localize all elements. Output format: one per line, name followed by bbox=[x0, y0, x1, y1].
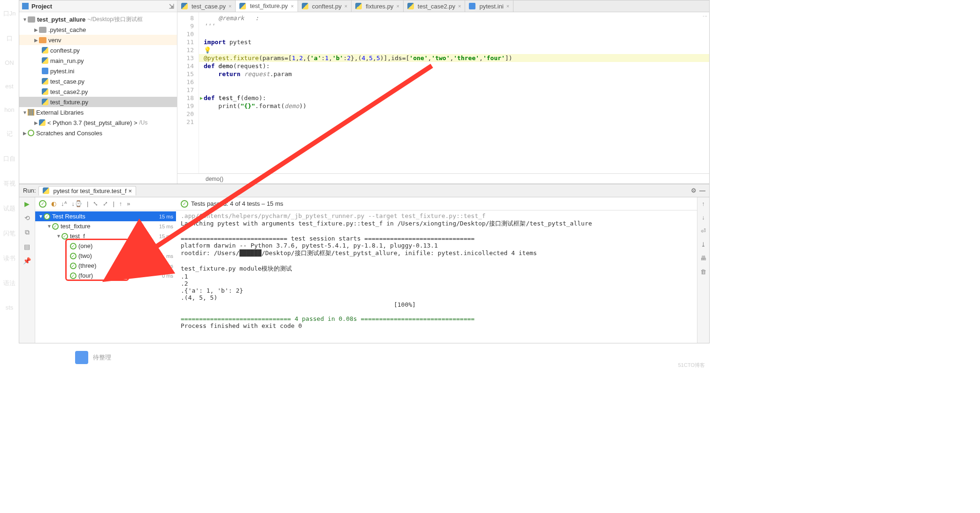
up-icon[interactable]: ↑ bbox=[702, 200, 705, 207]
close-icon[interactable]: × bbox=[345, 3, 347, 9]
pass-filter-icon[interactable]: ✓ bbox=[39, 200, 46, 208]
chevron-right-icon[interactable]: ▶ bbox=[22, 131, 28, 136]
gear-icon[interactable]: ⚙ bbox=[691, 187, 697, 194]
tab-active[interactable]: test_fixture.py× bbox=[236, 0, 298, 12]
wrap-icon[interactable]: ⏎ bbox=[701, 227, 706, 234]
run-label: Run: bbox=[23, 187, 36, 194]
pass-icon: ✓ bbox=[70, 243, 77, 249]
tree-item[interactable]: pytest.ini bbox=[19, 66, 177, 76]
project-icon bbox=[22, 3, 29, 9]
collapse-icon[interactable]: ⤢ bbox=[103, 200, 108, 207]
console: ✓ Tests passed: 4 of 4 tests – 15 ms .ap… bbox=[176, 197, 709, 343]
python-file-icon bbox=[42, 78, 48, 85]
test-file[interactable]: ▼ ✓ test_fixture 15 ms bbox=[35, 221, 176, 231]
tab[interactable]: test_case2.py× bbox=[404, 0, 466, 12]
tests-status: ✓ Tests passed: 4 of 4 tests – 15 ms bbox=[176, 197, 697, 210]
run-tab[interactable]: pytest for test_fixture.test_f × bbox=[38, 186, 136, 195]
toggle-icon[interactable]: ⟲ bbox=[24, 214, 30, 222]
external-libraries[interactable]: ▼External Libraries bbox=[19, 107, 177, 117]
pass-icon: ✓ bbox=[52, 223, 59, 230]
code-area[interactable]: @remark : ''' import pytest 💡 @pytest.fi… bbox=[199, 12, 709, 173]
tab[interactable]: test_case.py× bbox=[177, 0, 236, 12]
python-file-icon bbox=[302, 3, 308, 9]
editor-tabs[interactable]: test_case.py× test_fixture.py× conftest.… bbox=[177, 0, 709, 12]
chevron-down-icon[interactable]: ▼ bbox=[22, 110, 28, 115]
test-param[interactable]: ✓(four)0 ms bbox=[35, 271, 176, 280]
test-tree[interactable]: ▼ ✓ Test Results 15 ms ▼ ✓ test_fixture … bbox=[35, 210, 176, 343]
tab[interactable]: fixtures.py× bbox=[352, 0, 404, 12]
test-root[interactable]: ▼ ✓ Test Results 15 ms bbox=[35, 211, 176, 221]
chevron-down-icon[interactable]: ▼ bbox=[38, 214, 44, 219]
scratches[interactable]: ▶Scratches and Consoles bbox=[19, 128, 177, 138]
close-icon[interactable]: × bbox=[229, 3, 231, 9]
close-icon[interactable]: × bbox=[396, 3, 399, 9]
sort-icon[interactable]: ↓⌚ bbox=[72, 200, 83, 207]
root-name: test_pytst_allure bbox=[37, 16, 85, 23]
layout-icon[interactable]: ▤ bbox=[24, 243, 30, 250]
chevron-right-icon[interactable]: ▶ bbox=[33, 27, 39, 32]
editor: test_case.py× test_fixture.py× conftest.… bbox=[177, 0, 709, 184]
tree-item[interactable]: conftest.py bbox=[19, 45, 177, 55]
breadcrumb[interactable]: demo() bbox=[177, 173, 709, 184]
external-sidebar: 口Jn口ON esthon记 口自哥视试题 闪笔读书语法 sts bbox=[0, 0, 19, 372]
scratch-icon bbox=[28, 130, 34, 136]
console-actions: ↑ ↓ ⏎ ⤓ 🖶 🗑 bbox=[697, 197, 709, 343]
tab[interactable]: pytest.ini× bbox=[465, 0, 513, 12]
tree-item[interactable]: test_case2.py bbox=[19, 86, 177, 97]
pin-icon[interactable]: 📌 bbox=[23, 257, 31, 264]
structure-icon[interactable]: ⧉ bbox=[25, 228, 30, 236]
trash-icon[interactable]: 🗑 bbox=[700, 268, 706, 275]
test-toolbar[interactable]: ✓ ◐ ↓ᴬ ↓⌚ | ⤡ ⤢ | ↑ » bbox=[35, 197, 176, 210]
chevron-down-icon[interactable]: ▼ bbox=[46, 224, 52, 229]
tree-root[interactable]: ▼ test_pytst_allure ~/Desktop/接口测试框 bbox=[19, 14, 177, 24]
collapse-icon[interactable]: ⇲ bbox=[169, 3, 174, 10]
scroll-icon[interactable]: ⤓ bbox=[701, 241, 706, 248]
ide-window: Project ⇲ ▼ test_pytst_allure ~/Desktop/… bbox=[19, 0, 710, 343]
down-icon[interactable]: ↓ bbox=[702, 214, 705, 221]
close-icon[interactable]: × bbox=[506, 3, 509, 9]
right-rail[interactable]: ⋮ bbox=[698, 14, 708, 19]
tree-item-selected[interactable]: test_fixture.py bbox=[19, 97, 177, 107]
python-file-icon bbox=[181, 3, 188, 9]
more-icon[interactable]: » bbox=[127, 200, 130, 207]
expand-icon[interactable]: ⤡ bbox=[93, 200, 98, 207]
rerun-icon[interactable]: ▶ bbox=[24, 200, 30, 208]
bulb-icon[interactable]: 💡 bbox=[204, 47, 211, 54]
project-header[interactable]: Project ⇲ bbox=[19, 0, 177, 12]
project-tool-window[interactable]: Project ⇲ ▼ test_pytst_allure ~/Desktop/… bbox=[19, 0, 177, 184]
chevron-right-icon[interactable]: ▶ bbox=[33, 38, 39, 43]
tab[interactable]: conftest.py× bbox=[298, 0, 352, 12]
python-file-icon bbox=[42, 47, 48, 54]
editor-body[interactable]: 89101112131415161718192021 ▶ @remark : '… bbox=[177, 12, 709, 173]
tree-item[interactable]: main_run.py bbox=[19, 55, 177, 66]
project-tree[interactable]: ▼ test_pytst_allure ~/Desktop/接口测试框 ▶.py… bbox=[19, 12, 177, 184]
python-file-icon bbox=[42, 99, 48, 105]
external-footer: 待整理 bbox=[0, 343, 710, 372]
test-param[interactable]: ✓(one) bbox=[35, 241, 176, 251]
close-icon[interactable]: × bbox=[291, 3, 293, 9]
tree-item[interactable]: ▶.pytest_cache bbox=[19, 24, 177, 35]
test-results-panel: ✓ ◐ ↓ᴬ ↓⌚ | ⤡ ⤢ | ↑ » ▼ ✓ Test Results bbox=[35, 197, 176, 343]
minimize-icon[interactable]: — bbox=[699, 187, 705, 194]
chevron-down-icon[interactable]: ▼ bbox=[56, 233, 61, 239]
tree-item[interactable]: ▶venv bbox=[19, 35, 177, 45]
fail-filter-icon[interactable]: ◐ bbox=[51, 200, 56, 207]
test-func[interactable]: ▼ ✓ test_f 15 ms bbox=[35, 231, 176, 241]
chevron-down-icon[interactable]: ▼ bbox=[22, 17, 28, 22]
console-output[interactable]: .app/Contents/helpers/pycharm/_jb_pytest… bbox=[176, 210, 697, 343]
test-param[interactable]: ✓(three)12 ms bbox=[35, 261, 176, 271]
python-file-icon bbox=[42, 88, 48, 95]
close-icon[interactable]: × bbox=[129, 187, 132, 194]
print-icon[interactable]: 🖶 bbox=[700, 255, 706, 262]
test-param[interactable]: ✓(two)ms bbox=[35, 251, 176, 261]
chevron-right-icon[interactable]: ▶ bbox=[33, 120, 39, 125]
python-icon bbox=[39, 119, 46, 126]
up-icon[interactable]: ↑ bbox=[119, 200, 122, 207]
run-actions: ▶ ⟲ ⧉ ▤ 📌 bbox=[19, 197, 35, 343]
watermark: 51CTO博客 bbox=[678, 362, 705, 369]
python-sdk[interactable]: ▶< Python 3.7 (test_pytst_allure) >/Us bbox=[19, 117, 177, 128]
tree-item[interactable]: test_case.py bbox=[19, 76, 177, 86]
close-icon[interactable]: × bbox=[458, 3, 461, 9]
sort-icon[interactable]: ↓ᴬ bbox=[61, 200, 67, 207]
pass-icon: ✓ bbox=[44, 213, 50, 220]
